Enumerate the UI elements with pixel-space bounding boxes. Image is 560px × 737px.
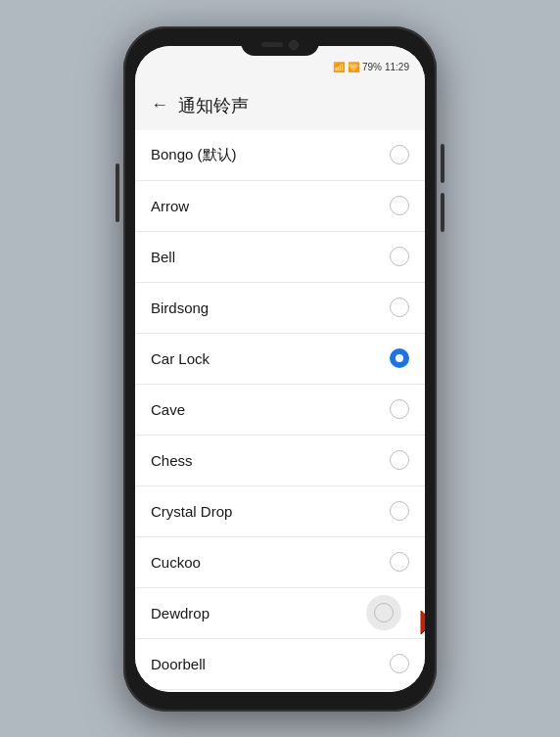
volume-up-button[interactable] [441, 144, 444, 183]
list-item[interactable]: Drip [135, 690, 425, 692]
radio-button[interactable] [390, 501, 409, 521]
back-button[interactable]: ← [151, 95, 168, 115]
radio-button[interactable] [390, 196, 409, 215]
radio-button[interactable] [390, 247, 409, 266]
battery-icon: 79% [362, 62, 382, 72]
ringtone-name: Dewdrop [151, 605, 210, 622]
power-button[interactable] [116, 163, 119, 222]
radio-button[interactable] [390, 552, 409, 572]
list-item[interactable]: Cave [135, 385, 425, 436]
page-title: 通知铃声 [178, 94, 249, 117]
radio-button[interactable] [390, 298, 409, 317]
signal-icon: 📶 [333, 62, 345, 72]
list-item[interactable]: Bell [135, 232, 425, 283]
radio-button[interactable] [390, 145, 409, 164]
list-item[interactable]: Crystal Drop [135, 486, 425, 537]
status-bar-right: 📶 🛜 79% 11:29 [333, 62, 409, 72]
ringtone-name: Doorbell [151, 656, 206, 672]
cursor-arrow-icon [417, 607, 425, 642]
wifi-icon: 🛜 [348, 62, 359, 72]
front-camera [289, 40, 299, 50]
ringtone-list: Bongo (默认)ArrowBellBirdsongCar LockCaveC… [135, 130, 425, 692]
phone-screen: 📶 🛜 79% 11:29 ← 通知铃声 Bongo (默认)ArrowBell… [135, 46, 425, 692]
ringtone-name: Birdsong [151, 299, 209, 316]
ringtone-name: Arrow [151, 198, 189, 214]
ringtone-name: Crystal Drop [151, 503, 232, 520]
ringtone-name: Cave [151, 401, 185, 418]
list-item[interactable]: Chess [135, 436, 425, 486]
ringtone-name: Cuckoo [151, 554, 201, 571]
ringtone-name: Bongo (默认) [151, 146, 237, 164]
speaker [261, 42, 283, 47]
list-item[interactable]: Car Lock [135, 334, 425, 385]
list-item[interactable]: Cuckoo [135, 537, 425, 588]
ringtone-name: Bell [151, 249, 175, 265]
list-item[interactable]: Dewdrop [135, 588, 425, 639]
list-item[interactable]: Doorbell [135, 639, 425, 690]
list-item[interactable]: Birdsong [135, 283, 425, 334]
radio-button[interactable] [390, 399, 409, 419]
svg-marker-0 [421, 611, 425, 638]
time-display: 11:29 [385, 62, 409, 72]
camera-notch [241, 34, 319, 56]
list-item[interactable]: Bongo (默认) [135, 130, 425, 181]
phone-frame: 📶 🛜 79% 11:29 ← 通知铃声 Bongo (默认)ArrowBell… [123, 26, 437, 712]
radio-button[interactable] [390, 654, 409, 673]
radio-button[interactable] [390, 348, 409, 368]
page-header: ← 通知铃声 [135, 81, 425, 130]
volume-down-button[interactable] [441, 193, 444, 232]
radio-button[interactable] [390, 450, 409, 470]
ringtone-name: Chess [151, 452, 193, 469]
list-item[interactable]: Arrow [135, 181, 425, 232]
ringtone-name: Car Lock [151, 350, 210, 367]
radio-button[interactable] [374, 603, 394, 622]
ripple-effect [366, 595, 401, 630]
